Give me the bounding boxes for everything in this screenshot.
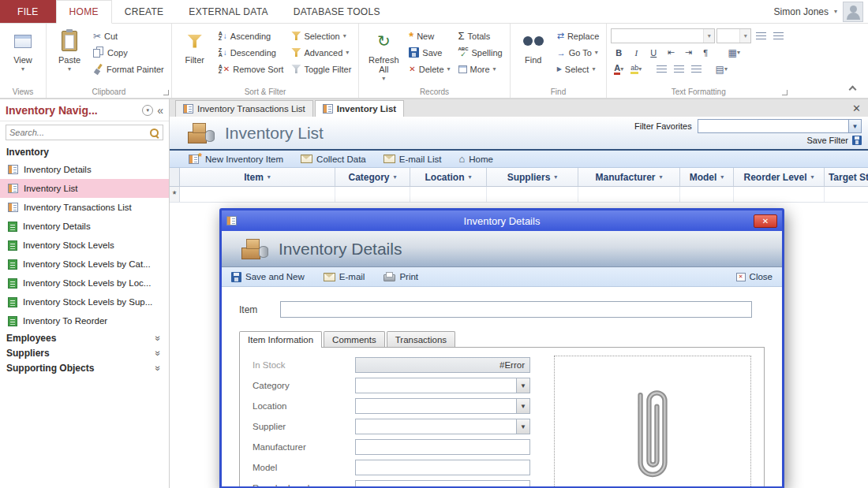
font-name-combo[interactable]: ▾ (611, 28, 715, 43)
nav-section-suppliers[interactable]: Suppliers » (0, 345, 169, 360)
nav-item-stock-levels-by-category[interactable]: Inventory Stock Levels by Cat... (0, 255, 169, 274)
more-button[interactable]: More ▾ (455, 61, 506, 77)
dialog-launcher-icon[interactable] (163, 90, 169, 95)
nav-item-inventory-stock-levels[interactable]: Inventory Stock Levels (0, 236, 169, 255)
save-filter-icon[interactable] (852, 136, 862, 145)
reorder-level-input[interactable] (355, 480, 530, 488)
highlight-button[interactable]: ab▾ (628, 61, 644, 76)
replace-button[interactable]: ⇄ Replace (554, 28, 603, 44)
italic-button[interactable]: I (628, 45, 644, 60)
nav-section-employees[interactable]: Employees » (0, 330, 169, 345)
column-header-suppliers[interactable]: Suppliers▾ (487, 168, 578, 186)
nav-section-inventory[interactable]: Inventory (0, 143, 169, 160)
column-header-location[interactable]: Location▾ (410, 168, 487, 186)
shutter-bar-icon[interactable]: « (157, 104, 163, 117)
format-painter-button[interactable]: Format Painter (90, 61, 167, 77)
account-menu[interactable]: Simon Jones ▾ (774, 0, 868, 23)
spelling-button[interactable]: Spelling (455, 44, 506, 61)
column-header-manufacturer[interactable]: Manufacturer▾ (578, 168, 680, 186)
tab-home[interactable]: HOME (56, 0, 112, 24)
font-size-combo[interactable]: ▾ (716, 28, 751, 43)
tab-item-information[interactable]: Item Information (239, 331, 322, 348)
tab-transactions[interactable]: Transactions (387, 331, 455, 347)
descending-button[interactable]: ↓ Descending (215, 44, 287, 61)
email-list-button[interactable]: E-mail List (383, 155, 442, 164)
nav-menu-icon[interactable]: ▾ (142, 105, 153, 116)
decrease-indent-button[interactable]: ⇤ (663, 45, 679, 60)
nav-item-stock-levels-by-location[interactable]: Inventory Stock Levels by Loc... (0, 274, 169, 292)
location-combo[interactable]: ▼ (355, 398, 530, 414)
model-input[interactable] (355, 460, 530, 475)
ascending-button[interactable]: ↓ Ascending (215, 28, 287, 44)
filter-button[interactable]: Filter (176, 25, 214, 85)
category-combo[interactable]: ▼ (355, 378, 530, 393)
nav-item-stock-levels-by-supplier[interactable]: Inventory Stock Levels by Sup... (0, 292, 169, 311)
save-filter-label[interactable]: Save Filter (806, 136, 848, 145)
toggle-filter-button[interactable]: Toggle Filter (288, 61, 354, 77)
home-button[interactable]: ⌂ Home (458, 154, 493, 164)
go-to-button[interactable]: → Go To ▾ (554, 44, 603, 61)
nav-item-inventory-details-form[interactable]: Inventory Details (0, 160, 169, 179)
copy-button[interactable]: Copy (90, 44, 167, 61)
font-color-button[interactable]: A▾ (611, 61, 627, 76)
column-header-item[interactable]: Item▾ (180, 168, 335, 186)
tab-comments[interactable]: Comments (324, 331, 385, 347)
supplier-combo[interactable]: ▼ (355, 419, 530, 434)
nav-section-supporting-objects[interactable]: Supporting Objects » (0, 360, 169, 375)
align-right-button[interactable] (688, 61, 704, 76)
delete-button[interactable]: ✕ Delete ▾ (406, 61, 453, 77)
collapse-ribbon-icon[interactable] (849, 86, 857, 94)
dialog-title-bar[interactable]: Inventory Details ✕ (222, 210, 782, 231)
totals-button[interactable]: Σ Totals (455, 28, 506, 44)
dialog-close-button[interactable]: ✕ (754, 214, 777, 228)
collect-data-button[interactable]: Collect Data (301, 155, 366, 164)
save-record-button[interactable]: Save (406, 44, 453, 61)
paste-button[interactable]: Paste ▾ (51, 25, 88, 85)
advanced-button[interactable]: Advanced ▾ (288, 44, 354, 61)
new-record-button[interactable]: * New (406, 28, 453, 44)
tab-create[interactable]: CREATE (112, 0, 177, 23)
column-header-target-stock[interactable]: Target St▾ (825, 168, 868, 186)
refresh-all-button[interactable]: ↻ Refresh All ▾ (363, 25, 404, 85)
tab-database-tools[interactable]: DATABASE TOOLS (281, 0, 393, 23)
view-button[interactable]: View ▾ (4, 25, 42, 85)
email-button[interactable]: E-mail (324, 272, 365, 281)
nav-item-inventory-transactions-list[interactable]: Inventory Transactions List (0, 198, 169, 217)
column-header-category[interactable]: Category▾ (335, 168, 410, 186)
cut-button[interactable]: ✂ Cut (90, 28, 167, 44)
background-color-button[interactable]: ▤▾ (713, 61, 729, 76)
new-inventory-item-button[interactable]: * New Inventory Item (189, 154, 283, 164)
search-icon[interactable] (149, 128, 159, 138)
nav-item-inventory-to-reorder[interactable]: Inventory To Reorder (0, 311, 169, 330)
manufacturer-input[interactable] (355, 439, 530, 455)
print-button[interactable]: Print (383, 272, 418, 281)
column-header-reorder-level[interactable]: Reorder Level▾ (734, 168, 825, 186)
filter-favorites-combo[interactable]: ▼ (698, 119, 862, 133)
nav-item-inventory-list[interactable]: Inventory List (0, 179, 169, 198)
find-button[interactable]: Find (514, 25, 552, 85)
gridlines-button[interactable]: ▦▾ (726, 45, 742, 60)
column-header-model[interactable]: Model▾ (680, 168, 734, 186)
selection-button[interactable]: Selection ▾ (288, 28, 354, 44)
remove-sort-button[interactable]: ✕ Remove Sort (215, 61, 287, 77)
numbering-button[interactable] (770, 28, 786, 43)
dialog-launcher-icon[interactable] (782, 90, 788, 95)
align-center-button[interactable] (671, 61, 687, 76)
new-record-row[interactable]: * (170, 187, 868, 203)
align-left-button[interactable] (653, 61, 669, 76)
underline-button[interactable]: U (645, 45, 661, 60)
nav-item-inventory-details-report[interactable]: Inventory Details (0, 217, 169, 236)
bullets-button[interactable] (753, 28, 769, 43)
doc-tab-inventory-list[interactable]: Inventory List (315, 100, 404, 117)
increase-indent-button[interactable]: ⇥ (680, 45, 696, 60)
close-form-button[interactable]: Close (736, 272, 773, 281)
tab-file[interactable]: FILE (0, 0, 56, 23)
tab-external-data[interactable]: EXTERNAL DATA (176, 0, 280, 23)
navigation-pane-header[interactable]: Inventory Navig... ▾ « (0, 99, 169, 121)
item-input[interactable] (280, 301, 752, 318)
text-direction-button[interactable]: ¶ (698, 45, 713, 60)
doc-tab-inventory-transactions-list[interactable]: Inventory Transactions List (175, 100, 313, 117)
close-document-icon[interactable]: ✕ (852, 102, 861, 114)
bold-button[interactable]: B (611, 45, 627, 60)
select-button[interactable]: ▶ Select ▾ (554, 61, 603, 77)
